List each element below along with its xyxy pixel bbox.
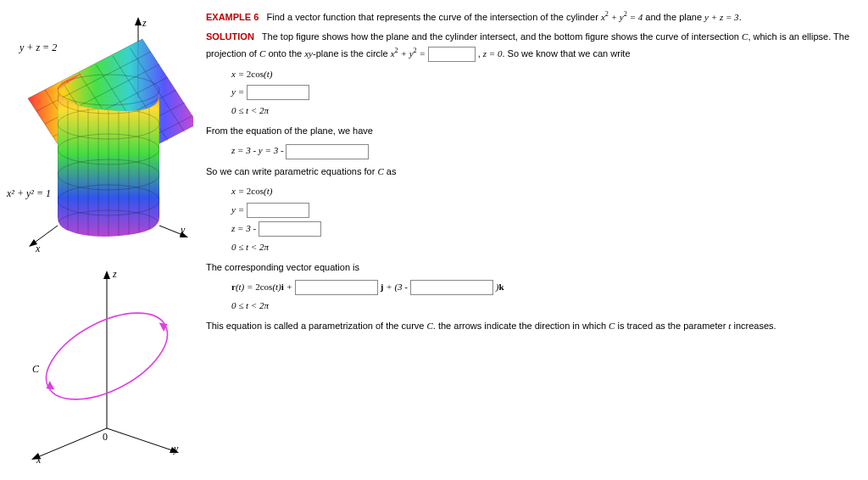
y-axis-label-2: y [174, 443, 178, 455]
svg-marker-49 [159, 320, 170, 332]
blank-z-plane[interactable] [286, 144, 369, 159]
plane-eq-label: y + z = 2 [19, 42, 57, 54]
example-number: EXAMPLE 6 [206, 12, 259, 22]
text-column: EXAMPLE 6 Find a vector function that re… [206, 7, 868, 466]
z-axis-label-2: z [113, 268, 117, 281]
blank-y-param-1[interactable] [247, 85, 309, 100]
vector-intro: The corresponding vector equation is [206, 260, 866, 276]
blank-j-component[interactable] [295, 280, 378, 295]
z-axis-label: z [142, 17, 147, 30]
svg-line-38 [32, 226, 58, 244]
plane-text: From the equation of the plane, we have [206, 124, 866, 139]
example-prompt: Find a vector function that represents t… [267, 12, 601, 22]
svg-line-44 [36, 428, 107, 458]
svg-marker-50 [44, 381, 55, 393]
param-block-1: x = 2cos(t) y = 0 ≤ t < 2π [231, 67, 866, 119]
example-heading: EXAMPLE 6 Find a vector function that re… [206, 8, 866, 25]
x-axis-label: x [36, 243, 40, 255]
solution-block: SOLUTION The top figure shows how the pl… [206, 30, 866, 61]
final-text: This equation is called a parametrizatio… [206, 319, 866, 334]
y-axis-label: y [181, 224, 185, 237]
figure-column: z y + z = 2 x² + y² = 1 x y [7, 7, 206, 466]
blank-y-param-2[interactable] [247, 203, 309, 218]
vector-eq-block: r(t) = 2cos(t)i + j + (3 - )k 0 ≤ t < 2π [231, 280, 866, 314]
solution-label: SOLUTION [206, 31, 254, 42]
z-plane-block: z = 3 - y = 3 - [231, 143, 866, 159]
cylinder-eq-label: x² + y² = 1 [7, 187, 51, 200]
blank-circle-radius[interactable] [428, 47, 476, 62]
blank-z-param[interactable] [259, 221, 321, 237]
curve-c-label: C [32, 363, 39, 376]
svg-marker-43 [103, 271, 110, 279]
param-block-2: x = 2cos(t) y = z = 3 - 0 ≤ t < 2π [231, 184, 866, 254]
svg-marker-1 [135, 17, 142, 25]
figure-2-curve: z C 0 x y [7, 263, 193, 466]
blank-k-component[interactable] [410, 280, 493, 295]
origin-label: 0 [103, 431, 108, 444]
param-intro: So we can write parametric equations for… [206, 165, 866, 180]
svg-line-46 [107, 428, 175, 451]
figure-1-cylinder-plane: z y + z = 2 x² + y² = 1 x y [7, 14, 193, 260]
x-axis-label-2: x [36, 454, 41, 466]
